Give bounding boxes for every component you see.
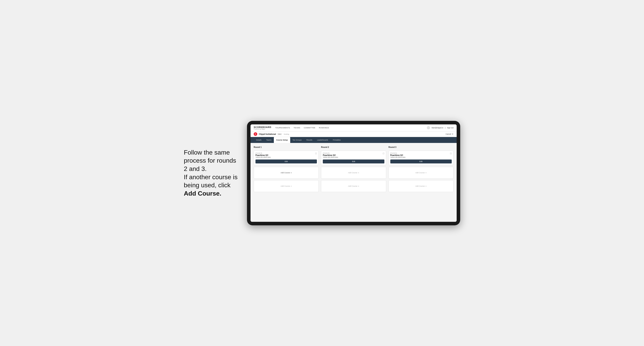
round-3-add-course-button-1[interactable]: Add Course + (388, 167, 454, 179)
tab-tee-groups[interactable]: Tee Groups (290, 137, 304, 143)
main-content: Round 1 (Course A) Peachtree GC Yellow (… (250, 143, 457, 222)
nav-committee[interactable]: COMMITTEE (304, 127, 316, 129)
round-3-edit-button[interactable]: Edit (390, 160, 452, 164)
tab-printables[interactable]: Printables (330, 137, 343, 143)
tournament-name: Clippd Invitational (259, 133, 276, 135)
top-nav-links: TOURNAMENTS TEAMS COMMITTEE RANKINGS (275, 127, 427, 129)
tablet-frame: SCOREBOARD Powered by clippd TOURNAMENTS… (247, 121, 460, 225)
course-tee: Yellow (M) (6629 yds) (256, 156, 271, 158)
course-card-header: (Course A) Peachtree GC Yellow (M) (6629… (256, 152, 317, 159)
course-name-2: Peachtree GC (323, 154, 338, 156)
delete-icon-3[interactable]: ☐ (450, 152, 452, 155)
add-course-label-1: Add Course (280, 172, 290, 174)
top-nav: SCOREBOARD Powered by clippd TOURNAMENTS… (250, 124, 457, 132)
course-tee-2: Yellow (M) (6629 yds) (323, 156, 338, 158)
tournament-logo: C (254, 132, 257, 136)
course-tee-3: Yellow (M) (6629 yds) (390, 156, 406, 158)
course-name: Peachtree GC (256, 154, 271, 156)
add-course-label-r2-2: Add Course (348, 185, 358, 187)
course-name-3: Peachtree GC (390, 154, 406, 156)
round-1-column: Round 1 (Course A) Peachtree GC Yellow (… (254, 146, 319, 192)
hosting-badge: Hosting (284, 133, 289, 135)
add-icon-1: + (290, 172, 292, 174)
instruction-text: Follow the same process for rounds 2 and… (184, 149, 238, 197)
round-2-column: Round 2 (Course A) Peachtree GC Yellow (… (321, 146, 386, 192)
course-a-label-3: (Course A) (390, 152, 406, 154)
logo-title: SCOREBOARD (254, 126, 271, 128)
logo-sub: Powered by clippd (254, 128, 271, 130)
round-2-add-course-button-2[interactable]: Add Course + (321, 180, 386, 192)
round-3-title: Round 3 (388, 146, 454, 148)
round-1-course-card: (Course A) Peachtree GC Yellow (M) (6629… (254, 151, 319, 165)
delete-icon-2[interactable]: ☐ (382, 152, 384, 155)
round-3-course-card: (Course A) Peachtree GC Yellow (M) (6629… (388, 151, 454, 165)
delete-icon[interactable]: ☐ (315, 152, 317, 155)
round-1-title: Round 1 (254, 146, 319, 148)
add-icon-r2-2: + (358, 185, 359, 187)
tab-leaderboards[interactable]: Leaderboards (315, 137, 330, 143)
course-a-label-2: (Course A) (323, 152, 338, 154)
tab-results[interactable]: Results (304, 137, 315, 143)
sign-out-link[interactable]: Sign out (447, 127, 454, 129)
instruction-panel: Follow the same process for rounds 2 and… (184, 149, 239, 198)
nav-teams[interactable]: TEAMS (294, 127, 300, 129)
add-course-label-r3-2: Add Course (416, 185, 425, 187)
add-icon-r3-1: + (425, 172, 426, 174)
tournament-bar: C Clippd Invitational Men Hosting Cancel… (250, 132, 457, 137)
round-3-column: Round 3 (Course A) Peachtree GC Yellow (… (388, 146, 454, 192)
round-2-add-course-button-1[interactable]: Add Course + (321, 167, 386, 179)
round-1-add-course-button-2[interactable]: Add Course + (254, 180, 319, 192)
add-icon-2: + (290, 185, 292, 187)
rounds-grid: Round 1 (Course A) Peachtree GC Yellow (… (254, 146, 454, 192)
add-course-label-r2-1: Add Course (348, 172, 358, 174)
round-1-add-course-button-1[interactable]: Add Course + (254, 167, 319, 179)
tab-details[interactable]: Details (254, 137, 264, 143)
tabs-bar: Details Teams Course Setup Tee Groups Re… (250, 137, 457, 143)
tournament-gender-badge: Men (277, 133, 282, 135)
tablet-screen: SCOREBOARD Powered by clippd TOURNAMENTS… (250, 124, 457, 222)
add-icon-r2-1: + (358, 172, 359, 174)
round-2-edit-button[interactable]: Edit (323, 160, 384, 164)
user-avatar (427, 126, 430, 129)
tab-course-setup[interactable]: Course Setup (274, 137, 290, 143)
scoreboard-logo: SCOREBOARD Powered by clippd (254, 126, 271, 130)
course-a-label: (Course A) (256, 152, 271, 154)
round-1-edit-button[interactable]: Edit (256, 160, 317, 164)
add-course-label-2: Add Course (280, 185, 290, 187)
nav-tournaments[interactable]: TOURNAMENTS (275, 127, 290, 129)
user-email: blair@clippd.io (432, 127, 443, 129)
close-icon: ✕ (452, 133, 454, 135)
course-card-header-3: (Course A) Peachtree GC Yellow (M) (6629… (390, 152, 452, 159)
round-2-course-card: (Course A) Peachtree GC Yellow (M) (6629… (321, 151, 386, 165)
top-nav-right: blair@clippd.io | Sign out (427, 126, 454, 129)
tab-teams[interactable]: Teams (264, 137, 274, 143)
round-2-title: Round 2 (321, 146, 386, 148)
nav-rankings[interactable]: RANKINGS (319, 127, 329, 129)
add-course-label-r3-1: Add Course (416, 172, 425, 174)
course-card-header-2: (Course A) Peachtree GC Yellow (M) (6629… (323, 152, 384, 159)
page-wrapper: Follow the same process for rounds 2 and… (184, 121, 460, 225)
add-icon-r3-2: + (425, 185, 426, 187)
round-3-add-course-button-2[interactable]: Add Course + (388, 180, 454, 192)
cancel-button[interactable]: Cancel ✕ (446, 133, 454, 135)
